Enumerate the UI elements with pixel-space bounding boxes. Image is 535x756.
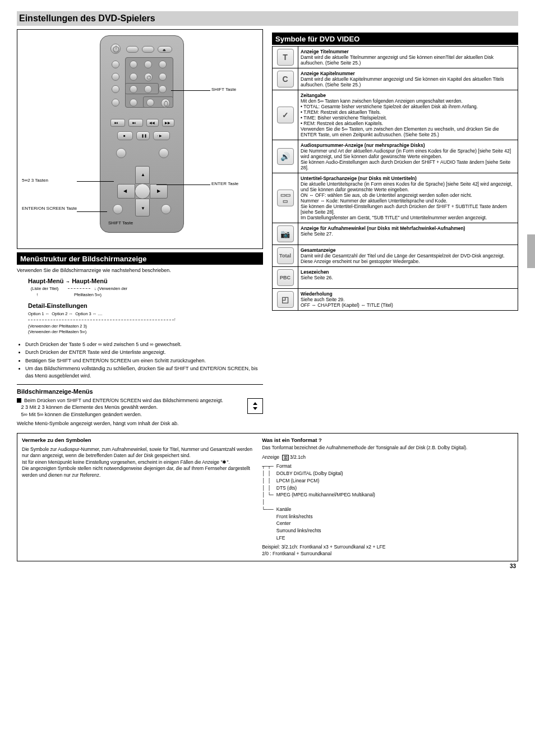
label-shift-right: SHIFT Taste	[211, 87, 236, 93]
icon-audio: 🔊	[277, 148, 294, 165]
format-tree: ┬─┬─ Format │ │ DOLBY DIGITAL (Dolby Dig…	[262, 463, 513, 557]
icon-pbc: PBC	[277, 269, 294, 286]
svg-point-5	[165, 105, 167, 107]
page-up-down-icon	[247, 398, 263, 414]
post-note: Welche Menü-Symbole angezeigt werden, hä…	[17, 420, 263, 427]
bottom-left-title: Vermerke zu den Symbolen	[22, 437, 253, 444]
label-enter-onscreen: ENTER/ON SCREEN Taste	[22, 206, 78, 211]
bottom-info-box: Vermerke zu den Symbolen Die Symbole zur…	[17, 433, 518, 561]
label-enter: ENTER Taste	[211, 181, 238, 187]
lead-text: Beim Drücken von SHIFT und ENTER/ON SCRE…	[24, 398, 223, 403]
left-strip-title: Menüstruktur der Bildschirmanzeige	[20, 255, 146, 263]
bullet-list: Durch Drücken der Taste 5 oder ∞ wird zw…	[17, 341, 263, 380]
icon-time: ✓	[277, 107, 294, 123]
icon-total: Total	[277, 247, 294, 264]
stop-icon	[17, 398, 21, 403]
label-arrows: 5∞2 3 Tasten	[22, 178, 78, 183]
right-strip-title: Symbole für DVD VIDEO	[275, 35, 359, 43]
lead3: Mit 5∞ können die Einstellungen geändert…	[29, 412, 142, 417]
svg-point-4	[165, 101, 167, 102]
page-number: 33	[510, 563, 516, 569]
icon-title: T	[277, 49, 294, 66]
page-title: Einstellungen des DVD-Spielers	[19, 13, 155, 24]
lead2: Mit 2 3 können die Elemente des Menüs ge…	[30, 404, 158, 410]
mid-heading: Bildschirmanzeige-Menüs	[17, 388, 263, 395]
svg-point-2	[147, 76, 151, 80]
side-tab	[527, 234, 535, 268]
bottom-right-title: Was ist ein Tonformat ?	[262, 437, 513, 443]
bottom-left-body: Die Symbole zur Audiospur-Nummer, zum Au…	[22, 446, 253, 478]
hierarchy-diagram: Haupt-Menü → Haupt-Menü (Liste der Titel…	[17, 277, 263, 335]
symbol-table: T Anzeige TitelnummerDamit wird die aktu…	[272, 46, 518, 311]
icon-repeat: ◰	[277, 291, 294, 308]
bottom-right-desc: Das Tonformat bezeichnet die Aufnahmemet…	[262, 445, 513, 451]
icon-angle: 📷	[277, 225, 294, 242]
left-lead: Verwenden Sie die Bildschirmanzeige wie …	[17, 267, 263, 274]
remote-diagram: ⏏	[17, 29, 263, 249]
icon-subtitle: ▭▭▭	[277, 190, 294, 206]
disp-label: Anzeige	[262, 454, 279, 460]
dolby-icon: ▯▯	[282, 455, 289, 460]
icon-chapter: C	[277, 71, 294, 87]
label-shift-left: SHIFT Taste	[108, 220, 133, 225]
